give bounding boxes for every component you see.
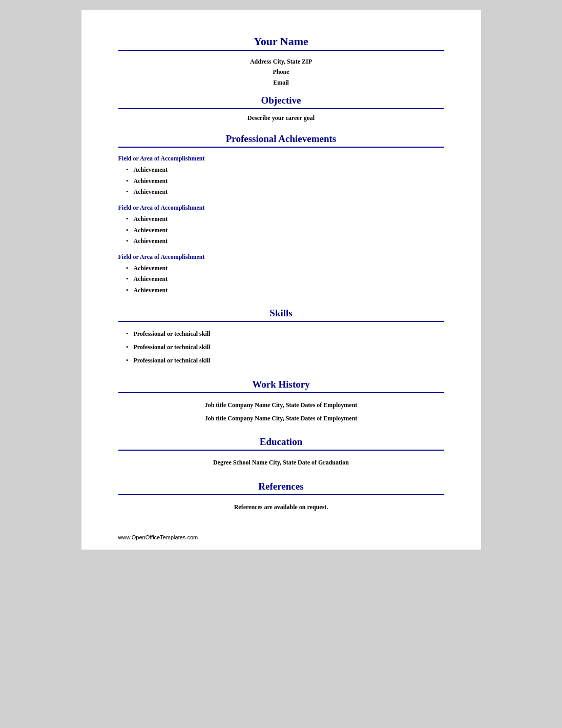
contact-info: Address City, State ZIP Phone Email: [118, 56, 444, 88]
skills-heading: Skills: [118, 308, 444, 319]
achievement-list-2: Achievement Achievement Achievement: [118, 214, 444, 247]
resume-page: Your Name Address City, State ZIP Phone …: [81, 10, 481, 550]
objective-divider: [118, 108, 444, 109]
references-divider: [118, 494, 444, 495]
references-text: References are available on request.: [118, 500, 444, 514]
achievements-content: Field or Area of Accomplishment Achievem…: [118, 153, 444, 296]
achievement-list-1: Achievement Achievement Achievement: [118, 165, 444, 198]
work-history-divider: [118, 392, 444, 393]
achievements-divider: [118, 147, 444, 148]
objective-section: Objective Describe your career goal: [118, 95, 444, 122]
skill-item-1: Professional or technical skill: [127, 327, 444, 340]
list-item: Achievement: [127, 274, 444, 285]
list-item: Achievement: [127, 263, 444, 274]
work-history-heading: Work History: [118, 379, 444, 390]
list-item: Achievement: [127, 165, 444, 176]
references-heading: References: [118, 481, 444, 492]
address: Address City, State ZIP: [118, 56, 444, 67]
email: Email: [118, 77, 444, 88]
education-entry: Degree School Name City, State Date of G…: [118, 456, 444, 469]
name-divider: [118, 50, 444, 51]
achievement-group-2: Field or Area of Accomplishment Achievem…: [118, 204, 444, 247]
footer-url: www.OpenOfficeTemplates.com: [118, 534, 198, 540]
education-divider: [118, 450, 444, 451]
list-item: Achievement: [127, 176, 444, 187]
achievements-heading: Professional Achievements: [118, 133, 444, 145]
education-heading: Education: [118, 436, 444, 448]
field-label-1: Field or Area of Accomplishment: [118, 155, 444, 163]
skills-section: Skills Professional or technical skill P…: [118, 308, 444, 368]
objective-heading: Objective: [118, 95, 444, 106]
list-item: Achievement: [127, 225, 444, 236]
field-label-2: Field or Area of Accomplishment: [118, 204, 444, 212]
education-section: Education Degree School Name City, State…: [118, 436, 444, 469]
achievement-group-3: Field or Area of Accomplishment Achievem…: [118, 253, 444, 296]
skills-list: Professional or technical skill Professi…: [118, 327, 444, 368]
skill-item-3: Professional or technical skill: [127, 354, 444, 367]
field-label-3: Field or Area of Accomplishment: [118, 253, 444, 261]
list-item: Achievement: [127, 187, 444, 198]
professional-achievements-section: Professional Achievements Field or Area …: [118, 133, 444, 296]
skills-divider: [118, 321, 444, 322]
objective-text: Describe your career goal: [118, 114, 444, 122]
phone: Phone: [118, 67, 444, 77]
resume-name: Your Name: [118, 35, 444, 48]
references-section: References References are available on r…: [118, 481, 444, 514]
work-entry-2: Job title Company Name City, State Dates…: [118, 412, 444, 425]
work-entry-1: Job title Company Name City, State Dates…: [118, 398, 444, 412]
achievement-group-1: Field or Area of Accomplishment Achievem…: [118, 155, 444, 198]
skill-item-2: Professional or technical skill: [127, 340, 444, 354]
name-section: Your Name: [118, 35, 444, 48]
list-item: Achievement: [127, 236, 444, 247]
list-item: Achievement: [127, 214, 444, 225]
list-item: Achievement: [127, 285, 444, 296]
achievement-list-3: Achievement Achievement Achievement: [118, 263, 444, 296]
work-history-section: Work History Job title Company Name City…: [118, 379, 444, 426]
